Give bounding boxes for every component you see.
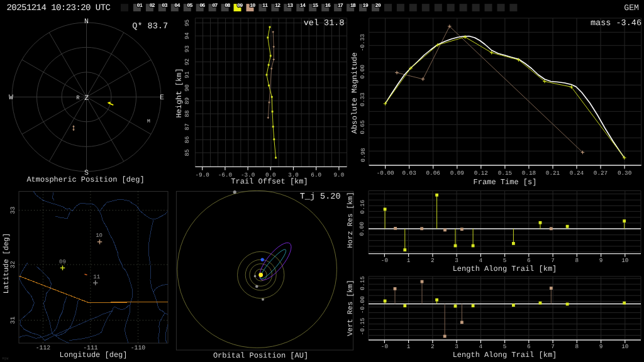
- svg-text:10: 10: [96, 233, 103, 239]
- svg-text:05: 05: [187, 3, 192, 9]
- svg-text:7: 7: [551, 257, 555, 264]
- svg-text:33: 33: [9, 207, 16, 214]
- svg-text:92: 92: [184, 58, 191, 65]
- svg-text:87: 87: [184, 123, 191, 130]
- svg-text:4: 4: [479, 257, 483, 264]
- svg-text:09: 09: [59, 259, 66, 265]
- svg-text:7: 7: [551, 343, 555, 350]
- svg-text:Vert Res [km]: Vert Res [km]: [347, 280, 355, 336]
- svg-text:0.00: 0.00: [359, 222, 366, 236]
- svg-text:0.24: 0.24: [570, 170, 584, 177]
- svg-text:08: 08: [225, 3, 230, 9]
- svg-text:09: 09: [237, 3, 243, 9]
- svg-text:1: 1: [407, 257, 411, 264]
- svg-text:-0: -0: [381, 257, 388, 264]
- svg-text:11: 11: [262, 3, 268, 9]
- svg-text:5: 5: [503, 257, 507, 264]
- svg-text:E: E: [160, 94, 164, 102]
- svg-text:16: 16: [325, 3, 331, 9]
- svg-text:R: R: [76, 95, 80, 101]
- svg-text:06: 06: [199, 3, 205, 9]
- svg-text:0.12: 0.12: [474, 170, 488, 177]
- svg-text:Height [km]: Height [km]: [175, 68, 184, 118]
- svg-text:02: 02: [149, 3, 155, 9]
- svg-text:-9.0: -9.0: [196, 172, 209, 178]
- svg-text:Frame Time [s]: Frame Time [s]: [474, 178, 537, 187]
- svg-text:0.30: 0.30: [618, 170, 631, 177]
- svg-text:10: 10: [250, 3, 255, 9]
- svg-text:03: 03: [162, 3, 167, 9]
- svg-text:31: 31: [9, 317, 16, 324]
- svg-text:0.16: 0.16: [359, 200, 366, 214]
- svg-text:9.0: 9.0: [334, 172, 345, 178]
- svg-text:0.98: 0.98: [360, 148, 367, 162]
- svg-text:Length Along Trail [km]: Length Along Trail [km]: [453, 351, 557, 359]
- svg-text:Z: Z: [84, 94, 89, 102]
- svg-text:0.06: 0.06: [426, 170, 440, 177]
- svg-text:Atmospheric Position [deg]: Atmospheric Position [deg]: [26, 175, 144, 184]
- svg-text:0.03: 0.03: [402, 170, 416, 177]
- svg-text:0.15: 0.15: [359, 276, 366, 290]
- svg-text:6.0: 6.0: [311, 172, 321, 178]
- svg-text:W: W: [9, 94, 13, 102]
- svg-text:8: 8: [575, 257, 579, 264]
- svg-text:6: 6: [527, 257, 531, 264]
- svg-text:3: 3: [455, 343, 458, 350]
- svg-text:11: 11: [93, 274, 100, 280]
- svg-text:-0.33: -0.33: [360, 34, 367, 52]
- svg-text:1: 1: [407, 343, 411, 350]
- svg-text:mass -3.46: mass -3.46: [591, 19, 641, 28]
- svg-text:-0.00: -0.00: [377, 170, 394, 177]
- svg-text:-0: -0: [381, 343, 388, 350]
- svg-text:T_j 5.20: T_j 5.20: [300, 192, 341, 202]
- svg-text:0.21: 0.21: [546, 170, 560, 177]
- svg-text:89: 89: [184, 97, 191, 104]
- svg-text:94: 94: [184, 32, 191, 40]
- svg-text:Length Along Trail [km]: Length Along Trail [km]: [453, 265, 557, 273]
- svg-text:0.33: 0.33: [360, 92, 367, 106]
- svg-text:-0.15: -0.15: [359, 318, 366, 336]
- svg-text:2: 2: [431, 257, 435, 264]
- svg-text:Longitude [deg]: Longitude [deg]: [59, 351, 127, 359]
- svg-text:85: 85: [184, 149, 191, 156]
- svg-text:6: 6: [527, 343, 531, 350]
- svg-text:0.18: 0.18: [522, 170, 536, 177]
- svg-text:90: 90: [184, 84, 191, 91]
- svg-text:Orbital Position [AU]: Orbital Position [AU]: [213, 351, 308, 360]
- svg-text:-110: -110: [131, 344, 146, 351]
- svg-text:5: 5: [503, 343, 507, 350]
- svg-text:2: 2: [431, 343, 435, 350]
- svg-text:10: 10: [621, 257, 628, 264]
- svg-text:10: 10: [621, 343, 628, 350]
- svg-text:93: 93: [184, 45, 191, 52]
- svg-text:91: 91: [184, 71, 191, 79]
- svg-text:20251214 10:23:20 UTC: 20251214 10:23:20 UTC: [7, 3, 111, 13]
- svg-text:19: 19: [363, 3, 369, 9]
- svg-text:Q* 83.7: Q* 83.7: [132, 22, 168, 31]
- svg-text:Trail Offset [km]: Trail Offset [km]: [231, 177, 308, 186]
- svg-text:M: M: [147, 119, 150, 124]
- svg-text:13: 13: [287, 3, 293, 9]
- svg-text:32: 32: [9, 261, 16, 268]
- svg-text:-112: -112: [36, 344, 51, 351]
- svg-text:-0.00: -0.00: [359, 296, 366, 314]
- svg-text:18: 18: [350, 3, 356, 9]
- svg-text:Absolute Magnitude: Absolute Magnitude: [350, 52, 359, 134]
- svg-text:86: 86: [184, 136, 191, 143]
- svg-text:-6.0: -6.0: [218, 172, 232, 178]
- svg-text:9: 9: [599, 257, 603, 264]
- svg-text:0.65: 0.65: [360, 120, 367, 134]
- svg-text:0.15: 0.15: [498, 170, 512, 177]
- svg-text:4: 4: [479, 343, 483, 350]
- svg-text:15: 15: [313, 3, 318, 9]
- svg-text:8: 8: [575, 343, 579, 350]
- svg-text:vel 31.8: vel 31.8: [304, 19, 345, 28]
- svg-text:Latitude [deg]: Latitude [deg]: [3, 233, 11, 294]
- svg-text:9: 9: [599, 343, 603, 350]
- svg-text:20: 20: [375, 3, 381, 9]
- svg-text:88: 88: [184, 110, 191, 117]
- svg-text:Horz Res [km]: Horz Res [km]: [347, 192, 355, 248]
- svg-text:GEM: GEM: [624, 3, 639, 13]
- svg-text:12: 12: [275, 3, 280, 9]
- svg-text:3: 3: [455, 257, 458, 264]
